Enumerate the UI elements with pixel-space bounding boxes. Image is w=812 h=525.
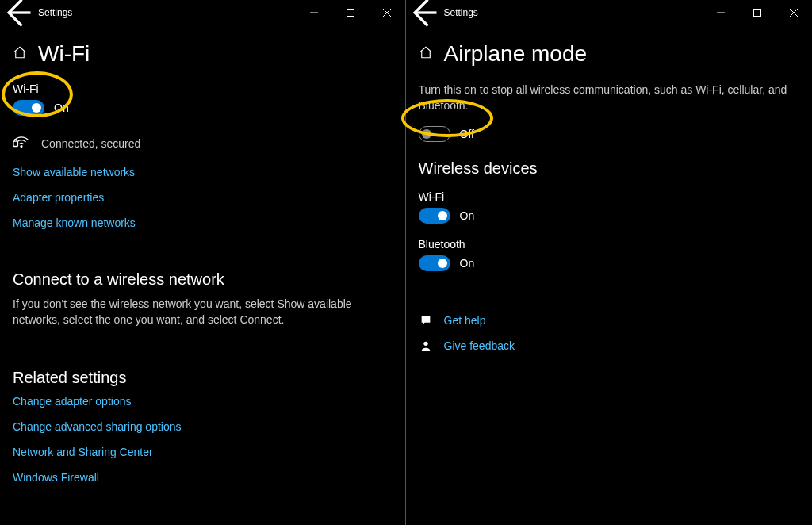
close-button[interactable] (776, 0, 812, 25)
window-controls (296, 0, 405, 25)
airplane-toggle-state: Off (460, 128, 474, 140)
wifi-toggle[interactable] (13, 100, 44, 116)
get-help-link[interactable]: Get help (444, 314, 486, 327)
home-icon[interactable] (419, 45, 433, 63)
wifi-label: Wi-Fi (419, 190, 800, 203)
bluetooth-label: Bluetooth (419, 238, 800, 251)
change-sharing-link[interactable]: Change advanced sharing options (13, 420, 393, 433)
svg-point-4 (21, 146, 22, 148)
back-button[interactable] (0, 0, 35, 25)
show-networks-link[interactable]: Show available networks (13, 166, 393, 178)
change-adapter-link[interactable]: Change adapter options (13, 395, 393, 408)
give-feedback-link[interactable]: Give feedback (444, 339, 515, 352)
connect-heading: Connect to a wireless network (13, 270, 393, 289)
bluetooth-toggle[interactable] (419, 255, 450, 271)
page-header: Airplane mode (406, 25, 813, 82)
wifi-toggle-row: On (13, 100, 393, 116)
wifi-toggle-row: On (419, 208, 800, 224)
airplane-toggle[interactable] (419, 126, 450, 142)
airplane-toggle-row: Off (419, 126, 800, 142)
page-title: Wi-Fi (38, 41, 90, 67)
manage-known-networks-link[interactable]: Manage known networks (13, 217, 393, 229)
wifi-status-text: Connected, secured (41, 137, 140, 150)
wifi-toggle-state: On (54, 102, 69, 114)
close-button[interactable] (369, 0, 405, 25)
titlebar: Settings (406, 0, 813, 25)
page-title: Airplane mode (444, 41, 588, 67)
content: Wi-Fi On Connected, secured Show availab… (0, 82, 405, 512)
svg-rect-5 (13, 141, 18, 146)
home-icon[interactable] (13, 45, 27, 63)
maximize-button[interactable] (332, 0, 369, 25)
give-feedback-row[interactable]: Give feedback (419, 339, 800, 352)
settings-window-airplane: Settings Airplane mode Turn this on to s… (406, 0, 813, 525)
svg-rect-7 (754, 10, 761, 17)
window-controls (703, 0, 812, 25)
window-title: Settings (35, 7, 296, 18)
airplane-description: Turn this on to stop all wireless commun… (419, 82, 800, 113)
windows-firewall-link[interactable]: Windows Firewall (13, 471, 393, 484)
settings-window-wifi: Settings Wi-Fi Wi-Fi On (0, 0, 405, 525)
wifi-toggle-state: On (460, 209, 475, 222)
wifi-toggle[interactable] (419, 208, 450, 224)
adapter-properties-link[interactable]: Adapter properties (13, 191, 393, 204)
minimize-button[interactable] (296, 0, 332, 25)
person-icon (419, 339, 433, 352)
svg-rect-1 (347, 10, 354, 17)
minimize-button[interactable] (703, 0, 739, 25)
wifi-secured-icon (13, 133, 30, 153)
svg-point-10 (423, 342, 427, 346)
back-button[interactable] (406, 0, 441, 25)
chat-icon (419, 314, 433, 327)
content: Turn this on to stop all wireless commun… (406, 82, 813, 381)
page-header: Wi-Fi (0, 25, 405, 82)
connect-body: If you don't see the wireless network yo… (13, 297, 393, 328)
maximize-button[interactable] (739, 0, 776, 25)
related-heading: Related settings (13, 369, 393, 387)
titlebar: Settings (0, 0, 405, 25)
bluetooth-toggle-row: On (419, 255, 800, 271)
wireless-devices-heading: Wireless devices (419, 159, 800, 178)
window-title: Settings (441, 7, 703, 18)
network-sharing-center-link[interactable]: Network and Sharing Center (13, 446, 393, 458)
bluetooth-toggle-state: On (460, 257, 475, 270)
wifi-label: Wi-Fi (13, 82, 393, 95)
get-help-row[interactable]: Get help (419, 314, 800, 327)
wifi-status-row: Connected, secured (13, 133, 393, 153)
